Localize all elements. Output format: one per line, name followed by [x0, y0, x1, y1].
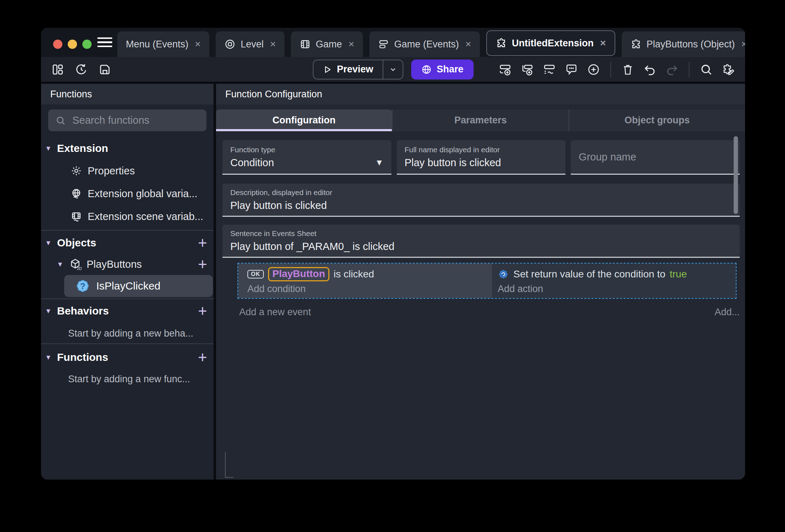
gear-icon — [71, 165, 82, 177]
add-function-button[interactable]: + — [198, 349, 207, 365]
history-icon[interactable] — [75, 63, 88, 76]
add-other-events-icon[interactable] — [543, 63, 556, 76]
close-icon[interactable]: × — [465, 39, 471, 50]
app-window: Menu (Events) × Level × Game × Game (Eve… — [41, 28, 745, 480]
close-icon[interactable]: × — [348, 39, 354, 50]
sentence-input[interactable] — [230, 241, 732, 252]
tree-section-objects[interactable]: ▾ Objects + — [41, 236, 214, 249]
scene-variable-icon — [71, 211, 82, 222]
traffic-light-close[interactable] — [53, 40, 62, 49]
add-event-icon[interactable] — [498, 63, 512, 76]
tab-parameters[interactable]: Parameters — [392, 109, 568, 131]
close-icon[interactable]: × — [195, 39, 201, 50]
actions-column[interactable]: Set return value of the condition to tru… — [492, 264, 736, 298]
preview-button[interactable]: Preview — [313, 60, 403, 80]
action-text: Set return value of the condition to — [513, 268, 666, 280]
tab-level[interactable]: Level × — [216, 31, 284, 57]
tab-label: Menu (Events) — [126, 39, 189, 50]
sidebar-title: Functions — [41, 84, 214, 104]
main-menu-icon[interactable] — [97, 37, 112, 47]
field-label: Function type — [230, 145, 384, 154]
close-icon[interactable]: × — [600, 37, 606, 49]
tab-untitled-extension[interactable]: UntitledExtension × — [486, 30, 615, 56]
editor-tabs: Menu (Events) × Level × Game × Game (Eve… — [117, 30, 745, 57]
search-functions-box[interactable] — [48, 109, 206, 131]
sidebar-divider — [41, 230, 214, 231]
chevron-down-icon[interactable]: ▾ — [46, 144, 57, 153]
add-object-function-button[interactable]: + — [198, 256, 207, 272]
tree-item-extension-global-variables[interactable]: Extension global varia... — [41, 187, 214, 200]
tab-label: Object groups — [625, 115, 690, 126]
tree-section-functions[interactable]: ▾ Functions + — [41, 351, 214, 364]
event-row-selected[interactable]: OK PlayButton is clicked Add condition S… — [237, 263, 737, 299]
hint-label: Start by adding a new beha... — [68, 328, 193, 339]
add-more-button[interactable]: Add... — [714, 307, 740, 318]
chevron-down-icon[interactable]: ▾ — [46, 353, 57, 362]
traffic-light-zoom[interactable] — [82, 40, 92, 49]
add-new-event-link[interactable]: Add a new event — [239, 307, 311, 318]
functions-sidebar: Functions ▾ Extension Properties Extensi… — [41, 84, 214, 480]
search-functions-input[interactable] — [72, 114, 207, 126]
sidebar-divider — [41, 298, 214, 299]
tree-item-label: IsPlayClicked — [96, 280, 160, 292]
tree-item-playbuttons[interactable]: ▾ 2D PlayButtons + — [41, 257, 214, 271]
redo-icon[interactable] — [665, 63, 679, 76]
save-icon[interactable] — [98, 63, 112, 76]
tab-configuration[interactable]: Configuration — [216, 109, 392, 131]
add-object-button[interactable]: + — [198, 235, 207, 251]
add-comment-icon[interactable] — [565, 63, 578, 76]
share-button[interactable]: Share — [411, 60, 473, 80]
behaviors-empty-hint: Start by adding a new beha... — [41, 328, 214, 339]
chevron-down-icon[interactable]: ▾ — [46, 238, 57, 247]
tab-game-events[interactable]: Game (Events) × — [369, 31, 480, 57]
full-name-field[interactable]: Full name displayed in editor — [397, 140, 566, 175]
tree-item-properties[interactable]: Properties — [41, 164, 214, 178]
preview-button-main[interactable]: Preview — [313, 64, 383, 75]
traffic-light-minimize[interactable] — [68, 40, 77, 49]
tab-playbuttons-object[interactable]: PlayButtons (Object) × — [622, 31, 745, 57]
tree-section-behaviors[interactable]: ▾ Behaviors + — [41, 305, 214, 317]
add-condition-link[interactable]: Add condition — [247, 283, 492, 295]
choose-event-icon[interactable] — [587, 63, 600, 76]
group-name-input[interactable] — [579, 151, 732, 163]
function-type-select[interactable]: Function type Condition ▼ — [222, 140, 391, 175]
dropdown-arrow-icon: ▼ — [375, 158, 384, 168]
tree-item-isplayclicked-selected[interactable]: ? IsPlayClicked — [64, 275, 213, 297]
tab-menu-events[interactable]: Menu (Events) × — [117, 31, 209, 57]
object-parameter-chip[interactable]: PlayButton — [268, 267, 329, 281]
delete-icon[interactable] — [621, 63, 635, 76]
description-input[interactable] — [230, 200, 732, 211]
main-title-label: Function Configuration — [225, 89, 322, 100]
extension-puzzle-icon — [496, 37, 507, 49]
close-icon[interactable]: × — [741, 39, 745, 50]
vertical-scrollbar[interactable] — [734, 136, 738, 214]
content-area: Functions ▾ Extension Properties Extensi… — [41, 82, 745, 480]
tree-section-extension[interactable]: ▾ Extension — [41, 142, 214, 155]
close-icon[interactable]: × — [270, 39, 276, 50]
chevron-down-icon[interactable]: ▾ — [46, 306, 57, 316]
tab-object-groups[interactable]: Object groups — [569, 109, 745, 131]
tree-item-extension-scene-variables[interactable]: Extension scene variab... — [41, 210, 214, 223]
add-behavior-button[interactable]: + — [198, 303, 207, 319]
tab-bar: Menu (Events) × Level × Game × Game (Eve… — [41, 28, 745, 57]
project-manager-icon[interactable] — [51, 63, 65, 76]
group-name-field[interactable] — [571, 140, 740, 175]
return-value-cog-icon — [498, 268, 509, 280]
add-subevent-icon[interactable] — [520, 63, 534, 76]
sentence-field[interactable]: Sentence in Events Sheet — [222, 225, 740, 258]
functions-empty-hint: Start by adding a new func... — [41, 374, 214, 384]
add-action-link[interactable]: Add action — [498, 283, 736, 295]
search-icon[interactable] — [699, 63, 713, 76]
full-name-input[interactable] — [405, 157, 558, 169]
preview-options-button[interactable] — [383, 60, 402, 79]
conditions-column[interactable]: OK PlayButton is clicked Add condition — [238, 264, 492, 298]
section-label: Functions — [57, 351, 108, 363]
chevron-down-icon[interactable]: ▾ — [58, 260, 69, 269]
play-icon — [323, 65, 332, 74]
description-field[interactable]: Description, displayed in editor — [222, 184, 740, 217]
undo-icon[interactable] — [643, 63, 657, 76]
tab-game[interactable]: Game × — [291, 31, 363, 57]
configuration-form: Function type Condition ▼ Full name disp… — [216, 131, 745, 258]
edit-extension-icon[interactable] — [722, 63, 735, 76]
share-label: Share — [437, 64, 463, 75]
